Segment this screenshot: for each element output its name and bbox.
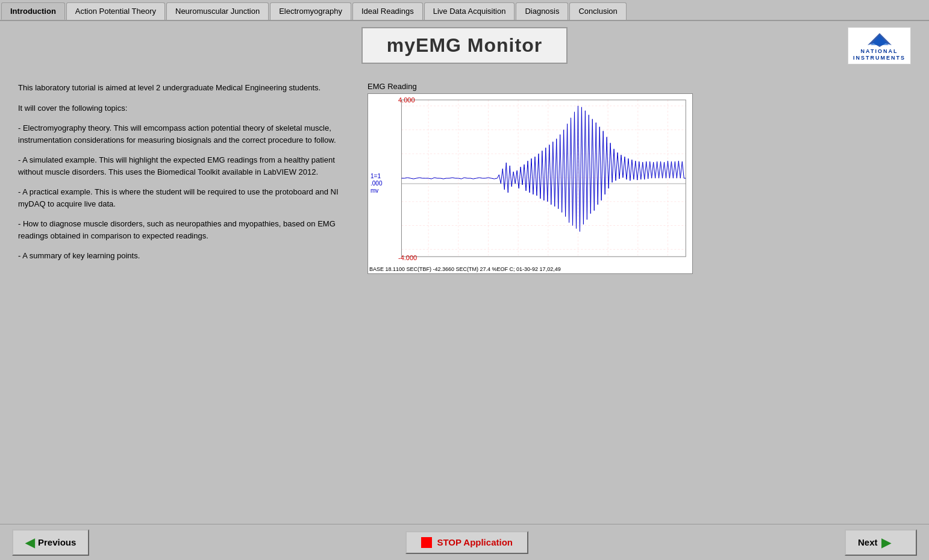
tab-ideal-readings[interactable]: Ideal Readings bbox=[352, 2, 423, 20]
emg-chart-title: EMG Reading bbox=[368, 82, 417, 91]
prev-arrow-icon: ◀ bbox=[25, 535, 34, 550]
intro-para6: - How to diagnose muscle disorders, such… bbox=[18, 218, 349, 241]
intro-para4: - A simulated example. This will highlig… bbox=[18, 154, 349, 178]
stop-indicator-icon bbox=[421, 537, 432, 548]
tab-action-potential[interactable]: Action Potential Theory bbox=[66, 2, 165, 20]
previous-button[interactable]: ◀ Previous bbox=[12, 529, 89, 556]
ni-logo: NATIONAL INSTRUMENTS bbox=[848, 27, 911, 64]
emg-chart: 4.000 1=1 .000 mv -4.000 BASE 18.1100 SE… bbox=[368, 93, 693, 274]
app-title: myEMG Monitor bbox=[361, 27, 568, 64]
intro-para1: This laboratory tutorial is aimed at lev… bbox=[18, 82, 349, 94]
next-label: Next bbox=[858, 537, 878, 547]
emg-svg bbox=[368, 94, 692, 273]
intro-para2: It will cover the following topics: bbox=[18, 102, 349, 114]
ni-eagle-icon bbox=[865, 30, 895, 48]
stop-label: STOP Application bbox=[437, 537, 513, 547]
ni-logo-text: NATIONAL INSTRUMENTS bbox=[853, 48, 906, 61]
tab-electromyography[interactable]: Electromyography bbox=[270, 2, 351, 20]
main-content: This laboratory tutorial is aimed at lev… bbox=[0, 64, 929, 560]
tab-diagnosis[interactable]: Diagnosis bbox=[516, 2, 568, 20]
next-arrow-icon: ▶ bbox=[881, 535, 890, 550]
next-button[interactable]: Next ▶ bbox=[845, 529, 917, 556]
intro-para7: - A summary of key learning points. bbox=[18, 250, 349, 262]
intro-para5: - A practical example. This is where the… bbox=[18, 186, 349, 210]
tab-conclusion[interactable]: Conclusion bbox=[569, 2, 626, 20]
tab-neuromuscular[interactable]: Neuromuscular Junction bbox=[166, 2, 269, 20]
left-panel: This laboratory tutorial is aimed at lev… bbox=[18, 76, 349, 554]
intro-para3: - Electromyography theory. This will emc… bbox=[18, 122, 349, 146]
tab-introduction[interactable]: Introduction bbox=[1, 2, 65, 20]
prev-label: Previous bbox=[38, 537, 76, 547]
bottom-bar: ◀ Previous STOP Application Next ▶ bbox=[0, 524, 929, 560]
header: myEMG Monitor NATIONAL INSTRUMENTS bbox=[0, 21, 929, 64]
tab-bar: Introduction Action Potential Theory Neu… bbox=[0, 0, 929, 21]
tab-live-data[interactable]: Live Data Acquisition bbox=[424, 2, 515, 20]
right-panel: EMG Reading 4.000 1=1 .000 mv -4.000 BAS… bbox=[368, 76, 911, 554]
stop-button[interactable]: STOP Application bbox=[405, 531, 528, 554]
